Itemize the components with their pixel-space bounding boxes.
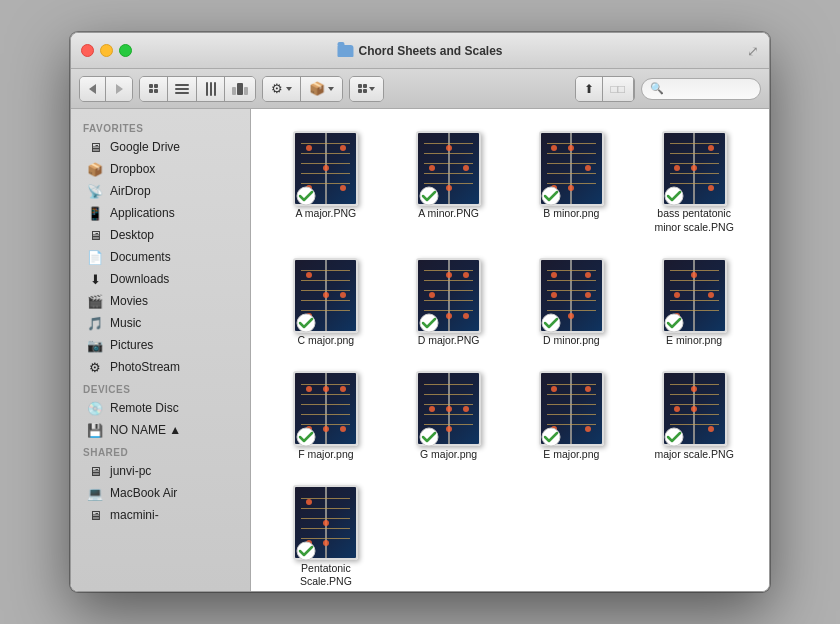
file-thumbnail xyxy=(536,133,606,203)
photostream-icon: ⚙ xyxy=(87,359,103,375)
window-container: Chord Sheets and Scales ⤢ xyxy=(70,32,770,592)
sidebar-item-applications[interactable]: 📱 Applications xyxy=(75,202,246,224)
sidebar-item-music[interactable]: 🎵 Music xyxy=(75,312,246,334)
file-thumbnail xyxy=(659,374,729,444)
documents-icon: 📄 xyxy=(87,249,103,265)
sidebar-item-remote-disc[interactable]: 💿 Remote Disc xyxy=(75,397,246,419)
file-thumbnail xyxy=(536,260,606,330)
dropbox-button[interactable]: 📦 xyxy=(301,77,342,101)
list-view-button[interactable] xyxy=(168,77,197,101)
action-button[interactable]: ⚙ xyxy=(263,77,301,101)
share-disabled-button[interactable]: □□ xyxy=(603,77,635,101)
check-badge xyxy=(296,186,316,206)
forward-button[interactable] xyxy=(106,77,132,101)
check-badge xyxy=(541,313,561,333)
movies-icon: 🎬 xyxy=(87,293,103,309)
file-item[interactable]: A minor.PNG xyxy=(390,125,508,242)
file-item[interactable]: C major.png xyxy=(267,252,385,356)
finder-window: Chord Sheets and Scales ⤢ xyxy=(70,32,770,592)
airdrop-icon: 📡 xyxy=(87,183,103,199)
title-bar: Chord Sheets and Scales ⤢ xyxy=(71,33,769,69)
check-badge xyxy=(419,186,439,206)
file-thumbnail xyxy=(291,374,361,444)
applications-icon: 📱 xyxy=(87,205,103,221)
sidebar: FAVORITES 🖥 Google Drive 📦 Dropbox 📡 Air… xyxy=(71,109,251,591)
sidebar-item-desktop[interactable]: 🖥 Desktop xyxy=(75,224,246,246)
sidebar-item-label: Movies xyxy=(110,294,148,308)
check-badge xyxy=(664,313,684,333)
file-name: bass pentatonic minor scale.PNG xyxy=(654,207,734,234)
sidebar-item-downloads[interactable]: ⬇ Downloads xyxy=(75,268,246,290)
share-button[interactable]: ⬆ xyxy=(576,77,603,101)
file-item[interactable]: Pentatonic Scale.PNG xyxy=(267,480,385,591)
sidebar-item-label: Dropbox xyxy=(110,162,155,176)
file-name: B minor.png xyxy=(543,207,599,221)
sidebar-item-google-drive[interactable]: 🖥 Google Drive xyxy=(75,136,246,158)
close-button[interactable] xyxy=(81,44,94,57)
sidebar-item-no-name[interactable]: 💾 NO NAME ▲ xyxy=(75,419,246,441)
file-item[interactable]: E minor.png xyxy=(635,252,753,356)
file-item[interactable]: A major.PNG xyxy=(267,125,385,242)
folder-icon xyxy=(337,45,353,57)
sidebar-item-documents[interactable]: 📄 Documents xyxy=(75,246,246,268)
sidebar-item-label: AirDrop xyxy=(110,184,151,198)
title-text: Chord Sheets and Scales xyxy=(358,44,502,58)
maximize-button[interactable] xyxy=(119,44,132,57)
search-input[interactable] xyxy=(668,83,752,95)
file-item[interactable]: bass pentatonic minor scale.PNG xyxy=(635,125,753,242)
minimize-button[interactable] xyxy=(100,44,113,57)
sidebar-item-macmini[interactable]: 🖥 macmini- xyxy=(75,504,246,526)
sidebar-item-dropbox[interactable]: 📦 Dropbox xyxy=(75,158,246,180)
file-item[interactable]: G major.png xyxy=(390,366,508,470)
coverflow-view-button[interactable] xyxy=(225,77,255,101)
file-grid: A major.PNG A minor.PNG B minor.png bass… xyxy=(267,125,753,591)
icon-view-button[interactable] xyxy=(140,77,168,101)
sidebar-item-junvi-pc[interactable]: 🖥 junvi-pc xyxy=(75,460,246,482)
file-item[interactable]: D major.PNG xyxy=(390,252,508,356)
sidebar-item-photostream[interactable]: ⚙ PhotoStream xyxy=(75,356,246,378)
search-box[interactable]: 🔍 xyxy=(641,78,761,100)
file-thumbnail xyxy=(291,488,361,558)
check-badge xyxy=(296,313,316,333)
action-buttons: ⚙ 📦 xyxy=(262,76,343,102)
file-thumbnail xyxy=(659,133,729,203)
file-item[interactable]: D minor.png xyxy=(513,252,631,356)
column-view-button[interactable] xyxy=(197,77,225,101)
sidebar-item-airdrop[interactable]: 📡 AirDrop xyxy=(75,180,246,202)
resize-icon[interactable]: ⤢ xyxy=(747,43,759,59)
arrange-buttons xyxy=(349,76,384,102)
check-badge xyxy=(419,313,439,333)
sidebar-item-label: Downloads xyxy=(110,272,169,286)
file-item[interactable]: major scale.PNG xyxy=(635,366,753,470)
sidebar-item-label: Google Drive xyxy=(110,140,180,154)
share-buttons: ⬆ □□ xyxy=(575,76,636,102)
traffic-lights xyxy=(81,44,132,57)
downloads-icon: ⬇ xyxy=(87,271,103,287)
sidebar-item-macbook-air[interactable]: 💻 MacBook Air xyxy=(75,482,246,504)
devices-header: DEVICES xyxy=(71,378,250,397)
file-thumbnail xyxy=(414,133,484,203)
macmini-icon: 🖥 xyxy=(87,507,103,523)
sidebar-item-label: NO NAME ▲ xyxy=(110,423,181,437)
file-thumbnail xyxy=(414,374,484,444)
file-name: A major.PNG xyxy=(296,207,357,221)
sidebar-item-label: Documents xyxy=(110,250,171,264)
favorites-header: FAVORITES xyxy=(71,117,250,136)
file-name: C major.png xyxy=(298,334,355,348)
sidebar-item-pictures[interactable]: 📷 Pictures xyxy=(75,334,246,356)
file-name: E minor.png xyxy=(666,334,722,348)
dropbox-icon: 📦 xyxy=(87,161,103,177)
file-name: D minor.png xyxy=(543,334,600,348)
back-button[interactable] xyxy=(80,77,106,101)
arrange-button[interactable] xyxy=(350,77,383,101)
no-name-icon: 💾 xyxy=(87,422,103,438)
file-name: F major.png xyxy=(298,448,353,462)
file-thumbnail xyxy=(414,260,484,330)
file-item[interactable]: F major.png xyxy=(267,366,385,470)
sidebar-item-movies[interactable]: 🎬 Movies xyxy=(75,290,246,312)
file-name: major scale.PNG xyxy=(654,448,733,462)
file-item[interactable]: B minor.png xyxy=(513,125,631,242)
sidebar-item-label: Remote Disc xyxy=(110,401,179,415)
macbook-air-icon: 💻 xyxy=(87,485,103,501)
file-item[interactable]: E major.png xyxy=(513,366,631,470)
